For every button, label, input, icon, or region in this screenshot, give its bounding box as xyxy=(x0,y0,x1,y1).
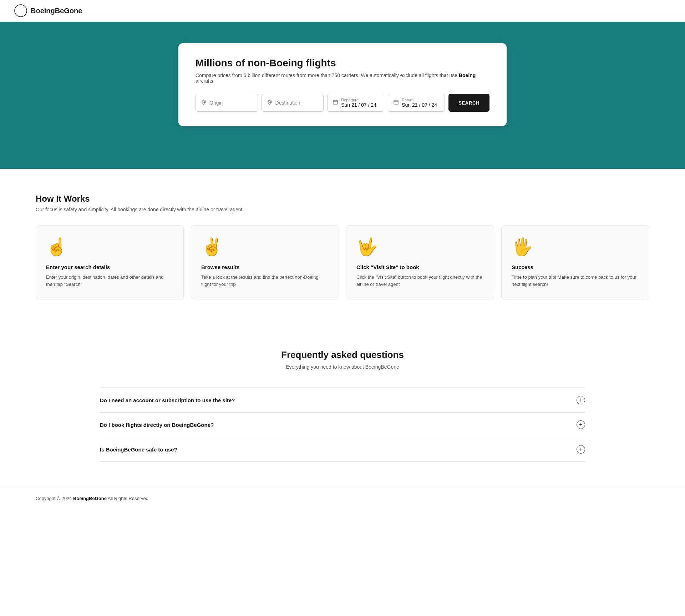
calendar-icon-2 xyxy=(393,99,399,106)
step-description-4: Time to plan your trip! Make sure to com… xyxy=(512,274,639,288)
calendar-icon xyxy=(333,99,338,106)
faq-expand-icon-3[interactable]: + xyxy=(577,445,585,454)
hero-subtitle: Compare prices from 6 billion different … xyxy=(196,72,489,84)
step-card-1: ☝️ Enter your search details Enter your … xyxy=(36,225,184,299)
step-emoji-1: ☝️ xyxy=(46,237,173,257)
header: ✈ BoeingBeGone xyxy=(0,0,685,22)
svg-rect-4 xyxy=(333,100,338,104)
step-title-3: Click "Visit Site" to book xyxy=(356,264,484,270)
search-button[interactable]: SEARCH xyxy=(448,94,489,112)
logo[interactable]: ✈ BoeingBeGone xyxy=(14,4,82,17)
svg-rect-5 xyxy=(394,100,398,104)
faq-title: Frequently asked questions xyxy=(100,349,585,360)
plane-icon: ✈ xyxy=(14,4,27,17)
step-title-1: Enter your search details xyxy=(46,264,173,270)
step-title-2: Browse results xyxy=(201,264,329,270)
step-title-4: Success xyxy=(512,264,639,270)
faq-subtitle: Everything you need to know about Boeing… xyxy=(100,364,585,370)
step-emoji-3: 🤟 xyxy=(356,237,484,257)
step-emoji-4: 🖐️ xyxy=(512,237,639,257)
footer: Copyright © 2024 BoeingBeGone All Rights… xyxy=(0,487,685,510)
faq-expand-icon-2[interactable]: + xyxy=(577,420,585,429)
step-emoji-2: ✌️ xyxy=(201,237,329,257)
hero-section: Millions of non-Boeing flights Compare p… xyxy=(0,22,685,169)
steps-row: ☝️ Enter your search details Enter your … xyxy=(36,225,649,299)
logo-text: BoeingBeGone xyxy=(31,7,82,15)
origin-field[interactable] xyxy=(196,94,258,112)
departure-value: Sun 21 / 07 / 24 xyxy=(341,102,376,108)
departure-label: Departure xyxy=(341,98,376,102)
return-label: Return xyxy=(402,98,437,102)
faq-question-1: Do I need an account or subscription to … xyxy=(100,397,235,403)
destination-field[interactable] xyxy=(262,94,324,112)
how-it-works-title: How It Works xyxy=(36,194,649,204)
search-card: Millions of non-Boeing flights Compare p… xyxy=(178,43,507,126)
how-it-works-section: How It Works Our focus is safety and sim… xyxy=(0,169,685,324)
svg-text:✈: ✈ xyxy=(19,7,24,14)
step-card-4: 🖐️ Success Time to plan your trip! Make … xyxy=(501,225,649,299)
how-it-works-subtitle: Our focus is safety and simplicity. All … xyxy=(36,207,649,212)
location-icon xyxy=(201,99,207,106)
faq-item-2[interactable]: Do I book flights directly on BoeingBeGo… xyxy=(100,412,585,437)
destination-input[interactable] xyxy=(275,100,319,106)
faq-item-3[interactable]: Is BoeingBeGone safe to use? + xyxy=(100,437,585,462)
footer-text: Copyright © 2024 BoeingBeGone All Rights… xyxy=(36,496,148,501)
faq-question-2: Do I book flights directly on BoeingBeGo… xyxy=(100,422,214,428)
hero-title: Millions of non-Boeing flights xyxy=(196,57,489,69)
step-card-3: 🤟 Click "Visit Site" to book Click the "… xyxy=(346,225,494,299)
faq-expand-icon-1[interactable]: + xyxy=(577,396,585,404)
search-row: Departure Sun 21 / 07 / 24 Return Sun 21… xyxy=(196,94,489,112)
departure-field[interactable]: Departure Sun 21 / 07 / 24 xyxy=(327,94,384,112)
origin-input[interactable] xyxy=(209,100,253,106)
step-card-2: ✌️ Browse results Take a look at the res… xyxy=(191,225,339,299)
location-icon-2 xyxy=(267,99,273,106)
faq-question-3: Is BoeingBeGone safe to use? xyxy=(100,446,177,453)
faq-section: Frequently asked questions Everything yo… xyxy=(0,324,685,487)
svg-point-0 xyxy=(15,5,27,17)
step-description-2: Take a look at the results and find the … xyxy=(201,274,329,288)
faq-item-1[interactable]: Do I need an account or subscription to … xyxy=(100,388,585,412)
step-description-3: Click the "Visit Site" button to book yo… xyxy=(356,274,484,288)
return-value: Sun 21 / 07 / 24 xyxy=(402,102,437,108)
step-description-1: Enter your origin, destination, dates an… xyxy=(46,274,173,288)
svg-point-2 xyxy=(203,101,205,103)
svg-point-3 xyxy=(269,101,271,103)
return-field[interactable]: Return Sun 21 / 07 / 24 xyxy=(388,94,445,112)
faq-list: Do I need an account or subscription to … xyxy=(100,388,585,462)
